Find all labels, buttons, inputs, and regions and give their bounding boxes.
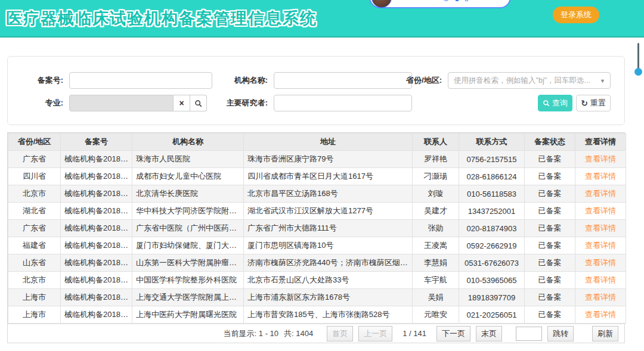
grid-icon[interactable]: ▯ [465, 0, 469, 1]
cell-detail: 查看详情 [575, 272, 626, 289]
col-address: 地址 [244, 133, 413, 151]
view-detail-link[interactable]: 查看详情 [585, 172, 616, 181]
cursor-icon[interactable]: ➤ [419, 0, 426, 1]
cell-status: 已备案 [525, 254, 575, 272]
panel-icon[interactable]: ▮ [455, 0, 459, 1]
login-button[interactable]: 登录系统 [553, 7, 599, 23]
cell-contact: 李慧娟 [413, 254, 459, 272]
cell-address: 上海市浦东新区东方路1678号 [244, 289, 413, 306]
record-no-label: 备案号: [20, 72, 63, 89]
pagination-bar: 当前显示: 1 - 10 共: 1404 首页 上一页 1 / 141 下一页 … [8, 324, 624, 343]
cell-phone: 0531-67626073 [459, 254, 525, 272]
scrollbar-track [637, 43, 639, 72]
specialty-clear-button[interactable]: × [174, 95, 190, 111]
specialty-search-button[interactable] [190, 95, 207, 111]
org-name-input[interactable] [274, 72, 412, 89]
jump-button[interactable]: 跳转 [547, 326, 574, 341]
col-status: 备案状态 [525, 133, 575, 151]
cell-status: 已备案 [525, 185, 575, 203]
cell-record-no: 械临机构备201800006 [61, 237, 132, 254]
reset-button[interactable]: ↻ 重置 [576, 95, 611, 111]
cell-org-name: 成都市妇女儿童中心医院 [132, 168, 244, 185]
cell-detail: 查看详情 [575, 203, 626, 220]
cell-org-name: 中国医学科学院整形外科医院 [132, 272, 244, 289]
page-indicator: 1 / 141 [402, 329, 426, 338]
cell-detail: 查看详情 [575, 151, 626, 168]
cell-contact: 王凌嵩 [413, 237, 459, 254]
cell-status: 已备案 [525, 220, 575, 237]
cell-contact: 刁灏瑒 [413, 168, 459, 185]
specialty-label: 专业: [20, 95, 63, 111]
view-detail-link[interactable]: 查看详情 [585, 241, 616, 250]
cell-record-no: 械临机构备201800002 [61, 168, 132, 185]
reset-button-label: 重置 [590, 98, 606, 108]
specialty-input[interactable] [69, 95, 174, 111]
col-detail: 查看详情 [575, 133, 626, 151]
cell-org-name: 北京清华长庚医院 [132, 185, 244, 203]
table-row: 北京市 械临机构备201800008 中国医学科学院整形外科医院 北京市石景山区… [8, 272, 626, 289]
pen-icon[interactable]: ✎ [431, 0, 437, 1]
view-detail-link[interactable]: 查看详情 [585, 258, 616, 267]
cell-record-no: 械临机构备201800004 [61, 203, 132, 220]
cell-record-no: 械临机构备201800008 [61, 272, 132, 289]
cell-detail: 查看详情 [575, 185, 626, 203]
star-icon[interactable]: ★ [397, 0, 404, 1]
view-detail-link[interactable]: 查看详情 [585, 310, 616, 319]
showing-range-text: 当前显示: 1 - 10 [224, 328, 278, 339]
cell-address: 济南市槐荫区济兖路440号；济南市槐荫区烟台路2999号 [244, 254, 413, 272]
query-button[interactable]: 查询 [538, 95, 572, 111]
cell-status: 已备案 [525, 272, 575, 289]
view-detail-link[interactable]: 查看详情 [585, 223, 616, 232]
scrollbar-thumb[interactable] [634, 68, 642, 76]
cell-contact: 罗祥艳 [413, 151, 459, 168]
cell-status: 已备案 [525, 203, 575, 220]
cell-status: 已备案 [525, 237, 575, 254]
record-no-input[interactable] [69, 72, 212, 89]
search-icon [194, 100, 202, 107]
col-org-name: 机构名称 [132, 133, 244, 151]
refresh-button[interactable]: 刷新 [592, 326, 618, 341]
researcher-input[interactable] [274, 95, 412, 111]
view-detail-link[interactable]: 查看详情 [585, 293, 616, 302]
app-window: 医疗器械临床试验机构备案管理信息系统 登录系统 ★ ϟ ➤ ✎ ◎ ▮ ▯ 备案… [0, 0, 644, 351]
cell-record-no: 械临机构备201800001 [61, 151, 132, 168]
target-icon[interactable]: ◎ [442, 0, 449, 1]
jump-page-input[interactable] [516, 327, 542, 341]
col-contact: 联系人 [413, 133, 459, 151]
cell-detail: 查看详情 [575, 254, 626, 272]
cell-detail: 查看详情 [575, 289, 626, 306]
cell-phone: 010-56118583 [459, 185, 525, 203]
cell-province: 四川省 [8, 168, 61, 185]
col-phone: 联系方式 [459, 133, 525, 151]
view-detail-link[interactable]: 查看详情 [585, 275, 616, 284]
view-detail-link[interactable]: 查看详情 [585, 154, 616, 163]
prev-page-button[interactable]: 上一页 [358, 326, 392, 341]
view-detail-link[interactable]: 查看详情 [585, 206, 616, 215]
cell-address: 四川省成都市青羊区日月大道1617号 [244, 168, 413, 185]
cell-status: 已备案 [525, 289, 575, 306]
first-page-button[interactable]: 首页 [327, 326, 353, 341]
lightning-icon[interactable]: ϟ [410, 0, 414, 1]
view-detail-link[interactable]: 查看详情 [585, 189, 616, 198]
page-title: 医疗器械临床试验机构备案管理信息系统 [6, 8, 317, 29]
table-row: 四川省 械临机构备201800002 成都市妇女儿童中心医院 四川省成都市青羊区… [8, 168, 626, 185]
cell-province: 湖北省 [8, 203, 61, 220]
province-select[interactable]: 使用拼音检索，例如输入"bj"，回车即选... ▼ [448, 72, 611, 89]
cell-address: 上海市普安路185号、上海市张衡路528号 [244, 306, 413, 324]
cell-address: 珠海市香洲区康宁路79号 [244, 151, 413, 168]
table-row: 福建省 械临机构备201800006 厦门市妇幼保健院、厦门大学附属... 厦门… [8, 237, 626, 254]
cell-org-name: 华中科技大学同济医学院附属协和医院 [132, 203, 244, 220]
last-page-button[interactable]: 末页 [476, 326, 502, 341]
table-row: 广东省 械临机构备201800001 珠海市人民医院 珠海市香洲区康宁路79号 … [8, 151, 626, 168]
cell-phone: 021-20256051 [459, 306, 525, 324]
cell-org-name: 广东省中医院（广州中医药大学第... [132, 220, 244, 237]
cell-org-name: 上海交通大学医学院附属上海儿童... [132, 289, 244, 306]
table-row: 山东省 械临机构备201800007 山东第一医科大学附属肿瘤医院（... 济南… [8, 254, 626, 272]
avatar[interactable] [371, 0, 392, 8]
cell-org-name: 山东第一医科大学附属肿瘤医院（... [132, 254, 244, 272]
next-page-button[interactable]: 下一页 [436, 326, 470, 341]
cell-phone: 010-53965065 [459, 272, 525, 289]
cell-contact: 吴娟 [413, 289, 459, 306]
cell-phone: 0592-2662919 [459, 237, 525, 254]
cell-org-name: 厦门市妇幼保健院、厦门大学附属... [132, 237, 244, 254]
